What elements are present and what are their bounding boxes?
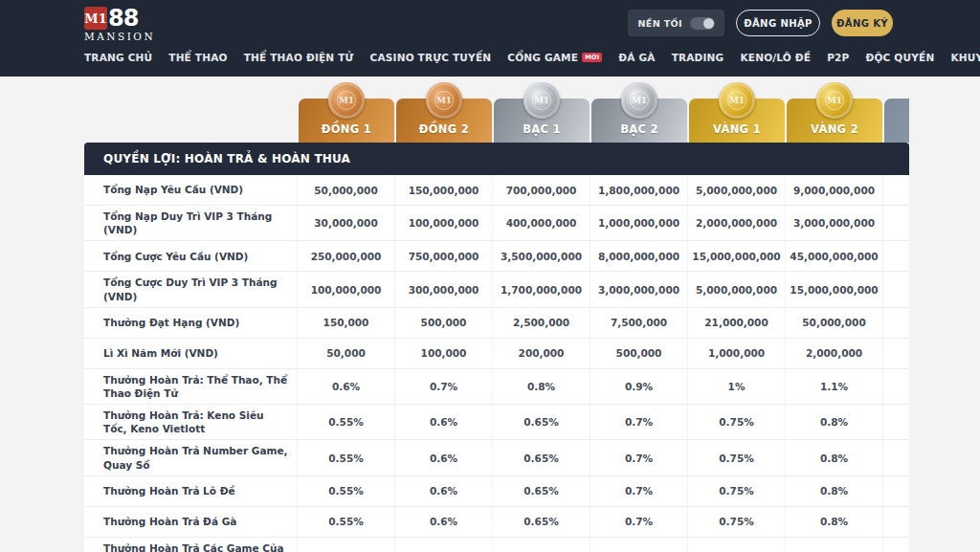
- tier-tab-next[interactable]: M1: [884, 99, 909, 143]
- tier-tab-vang-1[interactable]: M1VÀNG 1: [689, 99, 785, 143]
- tier-tab-label: BẠC 1: [523, 122, 561, 136]
- value-cell: 150,000,000: [394, 175, 492, 205]
- value-cell: 1.1%: [785, 369, 882, 404]
- value-cell: [882, 206, 909, 240]
- tier-tab-bac-2[interactable]: M1BẠC 2: [591, 99, 687, 143]
- row-label-cell: Thưởng Hoàn Trả Các Game Của EVOPLAY-QTE…: [84, 538, 297, 552]
- table-row: Tổng Nạp Duy Trì VIP 3 Tháng (VND)30,000…: [84, 206, 909, 241]
- value-cell: 0.55%: [297, 538, 394, 552]
- nav-item-cong-game[interactable]: CỔNG GAMEMỚI: [507, 52, 602, 63]
- table-row: Lì Xì Năm Mới (VND)50,000100,000200,0005…: [84, 339, 909, 369]
- nav-item-casino-truc-tuyen[interactable]: CASINO TRỰC TUYẾN: [370, 52, 492, 63]
- value-cell: [882, 440, 909, 475]
- value-cell: 0.8%: [785, 405, 882, 439]
- value-cell: 0.8%: [785, 507, 882, 537]
- coin-medal-icon: M1: [621, 82, 657, 119]
- header-top-row: M1 88 MANSION NỀN TỐI ĐĂNG NHẬP ĐĂNG KÝ: [0, 0, 980, 46]
- nav-item-trading[interactable]: TRADING: [672, 52, 724, 63]
- value-cell: 0.55%: [297, 476, 394, 506]
- coin-mark-text: M1: [337, 91, 356, 110]
- value-cell: 0.6%: [394, 405, 492, 439]
- table-row: Tổng Cược Duy Trì VIP 3 Tháng (VND)100,0…: [84, 272, 909, 307]
- login-button[interactable]: ĐĂNG NHẬP: [736, 10, 820, 36]
- coin-mark-text: M1: [727, 91, 746, 110]
- row-label-cell: Thưởng Hoàn Trả: Keno Siêu Tốc, Keno Vie…: [84, 405, 297, 439]
- coin-medal-icon: M1: [719, 82, 755, 119]
- benefits-table-body: Tổng Nạp Yêu Cầu (VND)50,000,000150,000,…: [84, 175, 909, 552]
- value-cell: 150,000: [297, 308, 394, 338]
- value-cell: [882, 308, 909, 338]
- value-cell: [882, 507, 909, 537]
- tier-tab-vang-2[interactable]: M1VÀNG 2: [787, 99, 882, 143]
- table-row: Thưởng Đạt Hạng (VND)150,000500,0002,500…: [84, 308, 909, 339]
- nav-item-label: ĐÁ GÀ: [618, 52, 655, 63]
- value-cell: [882, 241, 909, 271]
- row-label-cell: Tổng Cược Yêu Cầu (VND): [84, 246, 297, 267]
- value-cell: 500,000: [394, 308, 492, 338]
- nav-item-p2p[interactable]: P2P: [827, 52, 849, 63]
- value-cell: 1,700,000,000: [492, 272, 590, 306]
- tier-tabs: M1ĐỒNG 1M1ĐỒNG 2M1BẠC 1M1BẠC 2M1VÀNG 1M1…: [299, 82, 909, 143]
- value-cell: 21,000,000: [687, 308, 785, 338]
- nav-item-label: TRANG CHỦ: [84, 52, 152, 63]
- value-cell: 0.75%: [687, 405, 785, 439]
- value-cell: 700,000,000: [492, 175, 590, 205]
- main-content: M1ĐỒNG 1M1ĐỒNG 2M1BẠC 1M1BẠC 2M1VÀNG 1M1…: [84, 82, 909, 552]
- value-cell: 250,000,000: [297, 241, 394, 271]
- nav-item-da-ga[interactable]: ĐÁ GÀ: [618, 52, 655, 63]
- nav-item-the-thao[interactable]: THỂ THAO: [168, 52, 227, 63]
- tier-tab-label: ĐỒNG 1: [322, 122, 371, 136]
- dark-mode-toggle[interactable]: NỀN TỐI: [628, 10, 724, 36]
- value-cell: 1%: [687, 369, 785, 404]
- row-label-cell: Tổng Cược Duy Trì VIP 3 Tháng (VND): [84, 272, 297, 306]
- register-button[interactable]: ĐĂNG KÝ: [832, 10, 893, 36]
- value-cell: 2,500,000: [492, 308, 590, 338]
- nav-item-label: ĐỘC QUYỀN: [865, 52, 934, 63]
- tier-tab-dong-2[interactable]: M1ĐỒNG 2: [396, 99, 492, 143]
- value-cell: 0.8%: [785, 440, 882, 475]
- nav-item-the-thao-dien-tu[interactable]: THỂ THAO ĐIỆN TỬ: [244, 52, 354, 63]
- table-row: Tổng Cược Yêu Cầu (VND)250,000,000750,00…: [84, 241, 909, 272]
- nav-item-label: CỔNG GAME: [507, 52, 578, 63]
- row-label-cell: Thưởng Hoàn Trả: Thể Thao, Thể Thao Điện…: [84, 369, 297, 404]
- coin-mark-text: M1: [532, 91, 551, 110]
- nav-item-doc-quyen[interactable]: ĐỘC QUYỀN: [865, 52, 934, 63]
- value-cell: 1,000,000: [687, 339, 785, 368]
- value-cell: 0.6%: [297, 369, 394, 404]
- value-cell: 0.75%: [687, 507, 785, 537]
- value-cell: 0.55%: [297, 507, 394, 537]
- nav-item-keno-lo-de[interactable]: KENO/LÔ ĐỀ: [740, 52, 811, 63]
- nav-item-khuyen-mai[interactable]: KHUYẾN MÃI: [950, 52, 980, 63]
- table-row: Thưởng Hoàn Trả Đá Gà0.55%0.6%0.65%0.7%0…: [84, 507, 909, 538]
- value-cell: 50,000,000: [297, 175, 394, 205]
- value-cell: 100,000,000: [394, 206, 492, 240]
- value-cell: 0.65%: [492, 476, 590, 506]
- tier-tab-dong-1[interactable]: M1ĐỒNG 1: [299, 99, 394, 143]
- table-row: Thưởng Hoàn Trả Number Game, Quay Số0.55…: [84, 440, 909, 475]
- nav-item-label: THỂ THAO ĐIỆN TỬ: [244, 52, 354, 63]
- value-cell: 1,000,000,000: [590, 206, 687, 240]
- value-cell: 30,000,000: [297, 206, 394, 240]
- nav-item-label: KHUYẾN MÃI: [950, 52, 980, 63]
- value-cell: 0.7%: [590, 538, 687, 552]
- value-cell: 0.7%: [590, 476, 687, 506]
- nav-menu: TRANG CHỦTHỂ THAOTHỂ THAO ĐIỆN TỬCASINO …: [84, 52, 980, 63]
- value-cell: 5,000,000,000: [687, 175, 785, 205]
- value-cell: 45,000,000,000: [785, 241, 882, 271]
- value-cell: 0.75%: [687, 440, 785, 475]
- value-cell: 0.75%: [687, 538, 785, 552]
- benefits-section-title: QUYỀN LỢI: HOÀN TRẢ & HOÀN THUA: [103, 152, 350, 166]
- value-cell: 0.65%: [492, 405, 590, 439]
- nav-item-label: P2P: [827, 52, 849, 63]
- value-cell: 0.7%: [590, 507, 687, 537]
- value-cell: 0.9%: [590, 369, 687, 404]
- table-row: Thưởng Hoàn Trả Các Game Của EVOPLAY-QTE…: [84, 538, 909, 552]
- value-cell: 50,000,000: [785, 308, 882, 338]
- tier-tab-bac-1[interactable]: M1BẠC 1: [494, 99, 590, 143]
- value-cell: [882, 476, 909, 506]
- value-cell: [882, 175, 909, 205]
- site-logo[interactable]: M1 88 MANSION: [84, 7, 151, 42]
- nav-item-trang-chu[interactable]: TRANG CHỦ: [84, 52, 152, 63]
- value-cell: 3,000,000,000: [590, 272, 687, 306]
- row-label-cell: Thưởng Hoàn Trả Đá Gà: [84, 511, 297, 532]
